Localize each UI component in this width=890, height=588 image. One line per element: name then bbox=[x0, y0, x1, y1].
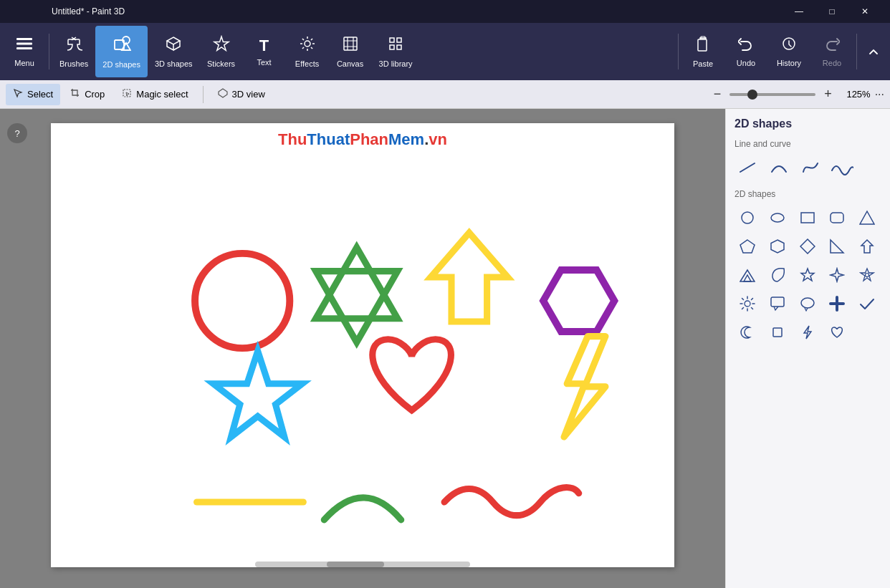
toolbar-divider-2 bbox=[678, 34, 679, 69]
shape-lightning-btn[interactable] bbox=[795, 319, 820, 345]
toolbar-3d-shapes[interactable]: 3D shapes bbox=[148, 26, 200, 77]
svg-marker-31 bbox=[744, 275, 751, 281]
3d-library-icon bbox=[387, 35, 404, 57]
watermark-thu: Thu bbox=[278, 130, 307, 148]
lc-s-curve[interactable] bbox=[798, 155, 823, 180]
svg-marker-28 bbox=[831, 240, 843, 253]
toolbar-undo[interactable]: Undo bbox=[724, 26, 767, 77]
watermark-vn: vn bbox=[429, 130, 447, 148]
shape-mountain-btn[interactable] bbox=[735, 262, 760, 288]
shape-heart bbox=[373, 339, 451, 410]
svg-marker-29 bbox=[861, 240, 873, 253]
toolbar-effects[interactable]: Effects bbox=[286, 26, 329, 77]
crop-label: Crop bbox=[85, 89, 105, 100]
zoom-more-button[interactable]: ··· bbox=[875, 88, 884, 101]
redo-label: Redo bbox=[823, 59, 841, 67]
magic-select-label: Magic select bbox=[136, 89, 188, 100]
shape-right-triangle-btn[interactable] bbox=[824, 233, 850, 259]
shape-crescent-btn[interactable] bbox=[735, 319, 760, 345]
shape-small-square-btn[interactable] bbox=[765, 319, 790, 345]
canvas-scrollbar[interactable] bbox=[255, 562, 470, 567]
ribbon-magic-select[interactable]: Magic select bbox=[115, 84, 195, 105]
svg-marker-16 bbox=[543, 270, 614, 332]
ribbon-select[interactable]: Select bbox=[6, 84, 60, 105]
toolbar-collapse[interactable] bbox=[860, 26, 887, 77]
3d-view-label: 3D view bbox=[232, 89, 265, 100]
toolbar-paste[interactable]: Paste bbox=[681, 26, 724, 77]
ribbon-crop[interactable]: Crop bbox=[63, 84, 112, 105]
magic-select-icon bbox=[122, 88, 132, 100]
main-toolbar: Menu Brushes 2D shapes 3D shapes bbox=[0, 23, 890, 80]
svg-marker-27 bbox=[800, 239, 815, 254]
minimize-button[interactable]: — bbox=[783, 0, 815, 23]
close-button[interactable]: ✕ bbox=[848, 0, 881, 23]
svg-rect-37 bbox=[771, 297, 784, 307]
shape-check-btn[interactable] bbox=[854, 291, 880, 317]
toolbar-text[interactable]: T Text bbox=[243, 26, 286, 77]
watermark: ThuThuatPhanMem.vn bbox=[278, 130, 447, 149]
svg-rect-39 bbox=[773, 328, 782, 337]
toolbar-history[interactable]: History bbox=[767, 26, 810, 77]
zoom-slider[interactable] bbox=[729, 93, 815, 96]
shapes-grid bbox=[735, 205, 881, 345]
shape-rounded-rect-btn[interactable] bbox=[824, 205, 850, 231]
svg-point-20 bbox=[742, 212, 753, 223]
lc-multi-wave[interactable] bbox=[829, 155, 855, 180]
select-label: Select bbox=[27, 89, 53, 100]
shape-star6-btn[interactable] bbox=[854, 262, 880, 288]
toolbar-stickers[interactable]: Stickers bbox=[200, 26, 243, 77]
redo-icon bbox=[824, 36, 840, 56]
paint-canvas[interactable]: ThuThuatPhanMem.vn bbox=[51, 123, 674, 567]
undo-label: Undo bbox=[737, 59, 755, 67]
lc-line[interactable] bbox=[735, 155, 760, 180]
zoom-out-button[interactable]: − bbox=[709, 85, 726, 103]
shape-cross-btn[interactable] bbox=[824, 291, 850, 317]
shape-pentagon-btn[interactable] bbox=[735, 233, 760, 259]
svg-point-6 bbox=[305, 41, 310, 47]
maximize-button[interactable]: □ bbox=[815, 0, 848, 23]
shape-rect-btn[interactable] bbox=[795, 205, 820, 231]
shape-star-outline-btn[interactable] bbox=[795, 262, 820, 288]
zoom-controls: − + 125% ··· bbox=[709, 85, 884, 103]
shape-arrow-up bbox=[431, 233, 507, 322]
toolbar-brushes[interactable]: Brushes bbox=[52, 26, 95, 77]
svg-line-19 bbox=[740, 163, 755, 172]
shapes-section-title: 2D shapes bbox=[735, 189, 881, 199]
shape-leaf-btn[interactable] bbox=[765, 262, 790, 288]
titlebar: Untitled* - Paint 3D — □ ✕ bbox=[0, 0, 890, 23]
canvas-area[interactable]: ? ThuThuatPhanMem.vn bbox=[0, 109, 725, 588]
line-curve-section-title: Line and curve bbox=[735, 139, 881, 149]
ribbon-3d-view[interactable]: 3D view bbox=[211, 84, 272, 105]
toolbar-redo[interactable]: Redo bbox=[810, 26, 853, 77]
watermark-thuat: Thuat bbox=[307, 130, 350, 148]
toolbar-divider-1 bbox=[49, 34, 49, 69]
shape-star4-btn[interactable] bbox=[824, 262, 850, 288]
zoom-in-button[interactable]: + bbox=[820, 85, 836, 103]
svg-marker-14 bbox=[316, 271, 398, 342]
svg-marker-40 bbox=[804, 326, 811, 339]
toolbar-menu[interactable]: Menu bbox=[3, 26, 46, 77]
text-label: Text bbox=[257, 58, 271, 67]
shape-heart-btn[interactable] bbox=[824, 319, 850, 345]
shape-chat-bubble-btn[interactable] bbox=[795, 291, 820, 317]
lc-arc[interactable] bbox=[766, 155, 792, 180]
svg-marker-13 bbox=[316, 248, 398, 319]
shape-up-arrow-btn[interactable] bbox=[854, 233, 880, 259]
history-icon bbox=[781, 36, 797, 56]
shape-hexagon-btn[interactable] bbox=[765, 233, 790, 259]
help-button[interactable]: ? bbox=[7, 123, 27, 143]
toolbar-canvas[interactable]: Canvas bbox=[329, 26, 372, 77]
shape-circle-btn[interactable] bbox=[735, 205, 760, 231]
3d-library-label: 3D library bbox=[379, 59, 413, 68]
shape-triangle-btn[interactable] bbox=[854, 205, 880, 231]
shape-oval-btn[interactable] bbox=[765, 205, 790, 231]
shape-hexagon bbox=[543, 270, 614, 332]
svg-point-21 bbox=[771, 213, 784, 222]
toolbar-3d-library[interactable]: 3D library bbox=[372, 26, 420, 77]
toolbar-2d-shapes[interactable]: 2D shapes bbox=[95, 26, 148, 77]
shape-gear-btn[interactable] bbox=[735, 291, 760, 317]
svg-marker-5 bbox=[122, 43, 130, 50]
right-panel: 2D shapes Line and curve 2D shapes bbox=[725, 109, 890, 588]
shape-diamond-btn[interactable] bbox=[795, 233, 820, 259]
shape-speech-bubble-btn[interactable] bbox=[765, 291, 790, 317]
